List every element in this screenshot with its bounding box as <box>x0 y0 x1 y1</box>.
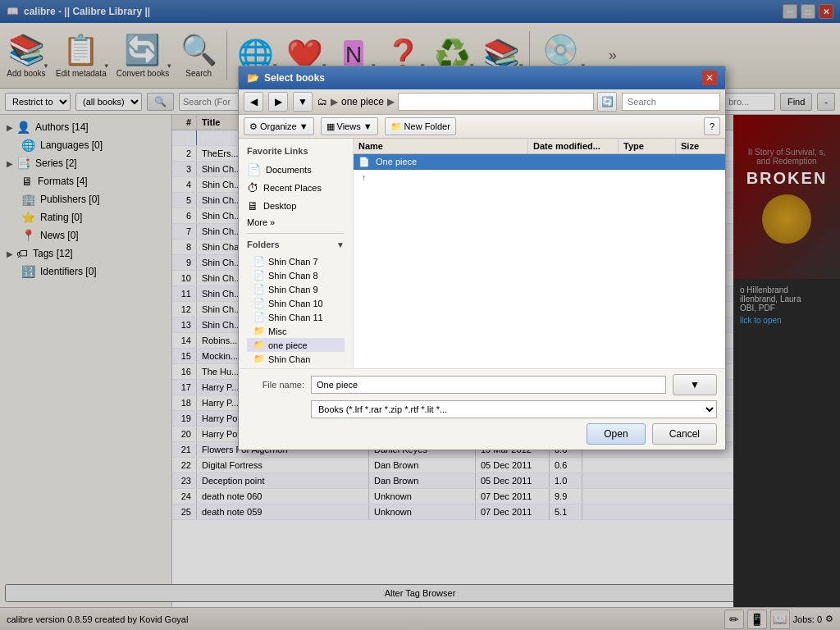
folder-label: Shin Chan 11 <box>268 313 323 322</box>
dialog-help-button[interactable]: ? <box>704 117 720 135</box>
cursor-indicator: ↑ <box>354 171 725 184</box>
new-folder-label: New Folder <box>404 121 450 131</box>
refresh-button[interactable]: 🔄 <box>597 92 617 112</box>
folder-tree: 📄 Shin Chan 7 📄 Shin Chan 8 📄 Shin Chan … <box>247 253 345 368</box>
folder-label: Shin Chan 10 <box>268 299 323 308</box>
dialog-favorites-panel: Favorite Links 📄 Documents ⏱ Recent Plac… <box>239 139 354 368</box>
dialog-menu: ⚙ Organize ▼ ▦ Views ▼ 📁 New Folder ? <box>239 115 725 139</box>
path-bar: 🗂 ▶ one piece ▶ 🔄 <box>317 92 617 112</box>
dialog-footer: File name: ▼ Books (*.lrf *.rar *.zip *.… <box>239 368 725 450</box>
folder-label: Shin Chan 9 <box>268 285 318 294</box>
folder-shin-chan[interactable]: 📁 Shin Chan <box>247 352 345 366</box>
fav-documents[interactable]: 📄 Documents <box>239 161 353 179</box>
folder-shin-chan-8[interactable]: 📄 Shin Chan 8 <box>247 268 345 282</box>
col-name-header: Name <box>354 139 528 153</box>
folder-label: one piece <box>268 340 308 350</box>
list-item[interactable]: 📄 One piece <box>354 154 725 171</box>
folder-misc[interactable]: 📁 Misc <box>247 324 345 338</box>
file-icon: 📄 <box>253 284 265 294</box>
folder-label: Shin Chan <box>268 354 310 364</box>
folder-shin-chan-9[interactable]: 📄 Shin Chan 9 <box>247 282 345 296</box>
views-label: Views <box>337 121 361 131</box>
select-books-dialog: 📂 Select books ✕ ◀ ▶ ▼ 🗂 ▶ one piece ▶ 🔄… <box>238 66 726 450</box>
forward-button[interactable]: ▶ <box>268 92 288 112</box>
dialog-close-button[interactable]: ✕ <box>702 71 717 85</box>
path-home-icon: 🗂 <box>317 96 327 107</box>
path-segment: one piece <box>341 96 384 107</box>
col-type-header: Type <box>619 139 676 153</box>
dialog-buttons: Open Cancel <box>247 423 717 445</box>
file-icon: 📄 <box>253 270 265 281</box>
filetype-dropdown[interactable]: Books (*.lrf *.rar *.zip *.rtf *.lit *..… <box>311 400 717 418</box>
fav-more-label: More » <box>247 217 275 227</box>
fav-documents-label: Documents <box>266 165 312 175</box>
folder-shin-chan-11[interactable]: 📄 Shin Chan 11 <box>247 310 345 324</box>
back-button[interactable]: ◀ <box>244 92 263 112</box>
files-header: Name Date modified... Type Size <box>354 139 725 154</box>
cancel-button[interactable]: Cancel <box>652 423 717 445</box>
filename-row: File name: ▼ <box>247 374 717 395</box>
fav-separator <box>247 233 345 234</box>
dialog-title-icon: 📂 <box>247 72 259 84</box>
file-name: 📄 One piece <box>354 154 528 170</box>
folder-shin-chan-10[interactable]: 📄 Shin Chan 10 <box>247 296 345 310</box>
dialog-titlebar: 📂 Select books ✕ <box>239 66 725 89</box>
folder-misc-icon: 📁 <box>253 326 265 336</box>
filename-input[interactable] <box>311 376 666 394</box>
folders-section: Folders ▼ 📄 Shin Chan 7 📄 Shin Chan 8 📄 … <box>239 237 353 370</box>
folders-label: Folders <box>247 240 280 249</box>
filetype-row: Books (*.lrf *.rar *.zip *.rtf *.lit *..… <box>247 400 717 418</box>
fav-recent-places[interactable]: ⏱ Recent Places <box>239 179 353 197</box>
filename-dropdown-button[interactable]: ▼ <box>673 374 717 395</box>
dialog-body: Favorite Links 📄 Documents ⏱ Recent Plac… <box>239 139 725 368</box>
folder-label: Misc <box>268 326 287 336</box>
file-size <box>676 154 725 170</box>
file-icon: 📄 <box>253 298 265 308</box>
path-input[interactable] <box>398 93 594 111</box>
desktop-icon: 🖥 <box>247 199 258 212</box>
folder-shin-chan-7[interactable]: 📄 Shin Chan 7 <box>247 254 345 268</box>
col-date-modified-header: Date modified... <box>528 139 619 153</box>
open-button[interactable]: Open <box>587 423 645 445</box>
views-icon: ▦ <box>326 121 335 132</box>
col-size-header: Size <box>676 139 725 153</box>
file-doc-icon: 📄 <box>358 157 370 167</box>
dropdown-nav-button[interactable]: ▼ <box>293 92 313 112</box>
dialog-title: Select books <box>264 72 325 84</box>
fav-desktop-label: Desktop <box>263 201 296 211</box>
organize-icon: ⚙ <box>249 121 258 132</box>
dialog-files-panel: Name Date modified... Type Size 📄 One pi… <box>354 139 725 368</box>
file-date <box>528 154 619 170</box>
fav-more[interactable]: More » <box>239 215 353 230</box>
file-icon: 📄 <box>253 312 265 322</box>
folders-header: Folders ▼ <box>247 240 345 249</box>
fav-header: Favorite Links <box>239 144 353 161</box>
recent-places-icon: ⏱ <box>247 181 258 194</box>
folder-shin-chan-icon: 📁 <box>253 354 265 364</box>
folder-label: Shin Chan 7 <box>268 257 318 267</box>
organize-button[interactable]: ⚙ Organize ▼ <box>244 117 314 135</box>
new-folder-button[interactable]: 📁 New Folder <box>385 117 456 135</box>
organize-label: Organize <box>260 121 297 131</box>
new-folder-icon: 📁 <box>390 121 402 132</box>
folder-label: Shin Chan 8 <box>268 271 318 281</box>
documents-icon: 📄 <box>247 163 261 176</box>
fav-desktop[interactable]: 🖥 Desktop <box>239 197 353 215</box>
filename-label: File name: <box>247 380 304 390</box>
folders-toggle-icon[interactable]: ▼ <box>336 240 345 249</box>
organize-arrow-icon: ▼ <box>299 121 308 131</box>
fav-recent-places-label: Recent Places <box>263 183 322 193</box>
views-button[interactable]: ▦ Views ▼ <box>321 117 378 135</box>
folder-one-piece[interactable]: 📁 one piece <box>247 338 345 352</box>
dialog-search-input[interactable] <box>622 93 720 111</box>
views-arrow-icon: ▼ <box>363 121 372 131</box>
dialog-toolbar: ◀ ▶ ▼ 🗂 ▶ one piece ▶ 🔄 <box>239 89 725 115</box>
file-icon: 📄 <box>253 256 265 267</box>
folder-one-piece-icon: 📁 <box>253 340 265 350</box>
file-type <box>619 154 676 170</box>
